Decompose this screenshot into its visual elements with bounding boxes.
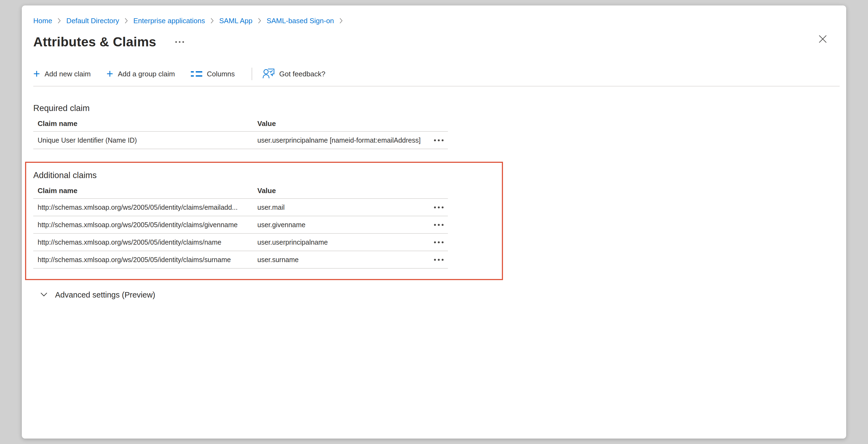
got-feedback-button[interactable]: Got feedback? — [262, 67, 325, 81]
attributes-claims-panel: Home Default Directory Enterprise applic… — [22, 5, 846, 439]
page-title: Attributes & Claims — [33, 34, 156, 49]
breadcrumb-saml-app[interactable]: SAML App — [219, 17, 252, 25]
columns-button[interactable]: Columns — [191, 70, 235, 78]
add-new-claim-label: Add new claim — [45, 70, 91, 78]
breadcrumb-saml-based-sign-on[interactable]: SAML-based Sign-on — [267, 17, 334, 25]
claim-name-cell: http://schemas.xmlsoap.org/ws/2005/05/id… — [33, 256, 257, 264]
claim-name-cell: http://schemas.xmlsoap.org/ws/2005/05/id… — [33, 203, 257, 211]
table-header-row: Claim name Value — [33, 183, 448, 199]
got-feedback-label: Got feedback? — [279, 70, 325, 78]
breadcrumb: Home Default Directory Enterprise applic… — [33, 15, 835, 26]
additional-claims-title: Additional claims — [33, 171, 502, 180]
row-ellipsis-button[interactable] — [432, 238, 448, 247]
claim-name-column-header: Claim name — [33, 119, 257, 128]
table-header-row: Claim name Value — [33, 116, 448, 132]
additional-claims-table: Claim name Value http://schemas.xmlsoap.… — [33, 183, 448, 269]
table-row[interactable]: http://schemas.xmlsoap.org/ws/2005/05/id… — [33, 234, 448, 251]
chevron-right-icon — [339, 17, 343, 24]
claim-value-cell: user.givenname — [257, 221, 432, 229]
breadcrumb-default-directory[interactable]: Default Directory — [66, 17, 119, 25]
row-ellipsis-button[interactable] — [432, 220, 448, 230]
claim-value-cell: user.mail — [257, 203, 432, 211]
chevron-right-icon — [210, 17, 214, 24]
close-icon — [818, 34, 827, 45]
row-ellipsis-button[interactable] — [432, 136, 448, 145]
plus-icon: + — [106, 69, 114, 79]
feedback-person-icon — [262, 67, 275, 81]
advanced-settings-label: Advanced settings (Preview) — [55, 291, 155, 299]
add-new-claim-button[interactable]: + Add new claim — [33, 69, 91, 79]
toolbar-divider-rule — [33, 86, 840, 86]
breadcrumb-enterprise-applications[interactable]: Enterprise applications — [133, 17, 205, 25]
additional-claims-highlight-box: Additional claims Claim name Value http:… — [25, 162, 503, 280]
table-row[interactable]: http://schemas.xmlsoap.org/ws/2005/05/id… — [33, 199, 448, 216]
more-options-icon[interactable] — [173, 39, 186, 45]
required-claim-title: Required claim — [33, 103, 835, 113]
table-row[interactable]: http://schemas.xmlsoap.org/ws/2005/05/id… — [33, 216, 448, 234]
advanced-settings-toggle[interactable]: Advanced settings (Preview) — [40, 291, 155, 299]
claim-name-cell: http://schemas.xmlsoap.org/ws/2005/05/id… — [33, 221, 257, 229]
chevron-right-icon — [124, 17, 128, 24]
table-row[interactable]: Unique User Identifier (Name ID) user.us… — [33, 132, 448, 149]
required-claim-section: Required claim Claim name Value Unique U… — [33, 103, 835, 149]
required-claim-table: Claim name Value Unique User Identifier … — [33, 116, 448, 149]
claim-value-cell: user.userprincipalname — [257, 238, 432, 246]
claim-name-column-header: Claim name — [33, 186, 257, 195]
add-group-claim-button[interactable]: + Add a group claim — [106, 69, 175, 79]
command-bar: + Add new claim + Add a group claim Colu… — [33, 67, 835, 81]
row-ellipsis-button[interactable] — [432, 255, 448, 265]
add-group-claim-label: Add a group claim — [118, 70, 175, 78]
columns-icon — [191, 71, 202, 77]
value-column-header: Value — [257, 186, 448, 195]
breadcrumb-home[interactable]: Home — [33, 17, 52, 25]
claim-value-cell: user.userprincipalname [nameid-format:em… — [257, 136, 432, 144]
table-row[interactable]: http://schemas.xmlsoap.org/ws/2005/05/id… — [33, 251, 448, 269]
chevron-right-icon — [257, 17, 262, 24]
columns-label: Columns — [207, 70, 235, 78]
value-column-header: Value — [257, 119, 448, 128]
row-ellipsis-button[interactable] — [432, 203, 448, 212]
chevron-right-icon — [57, 17, 61, 24]
claim-value-cell: user.surname — [257, 256, 432, 264]
claim-name-cell: http://schemas.xmlsoap.org/ws/2005/05/id… — [33, 238, 257, 246]
claim-name-cell: Unique User Identifier (Name ID) — [33, 136, 257, 144]
plus-icon: + — [33, 69, 40, 79]
close-button[interactable] — [815, 32, 830, 47]
toolbar-divider — [252, 68, 252, 80]
chevron-down-icon — [40, 292, 48, 298]
page-header: Attributes & Claims — [33, 34, 835, 49]
